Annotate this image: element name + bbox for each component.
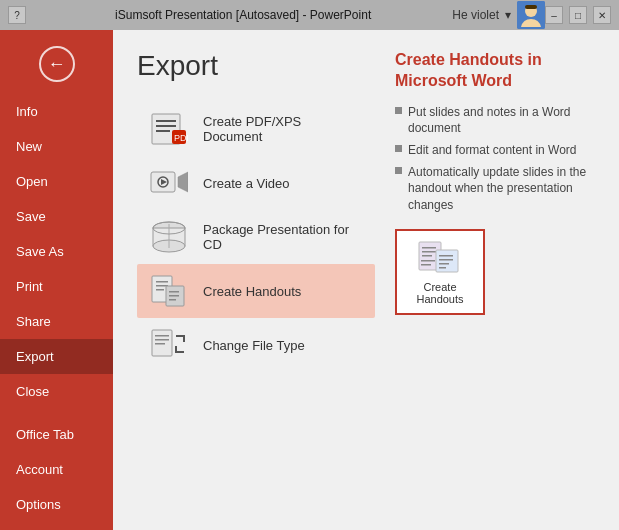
sidebar-item-new[interactable]: New [0, 129, 113, 164]
svg-rect-38 [439, 255, 453, 257]
pdf-icon: PDF [149, 112, 189, 146]
page-title: Export [137, 50, 375, 82]
sidebar-item-share[interactable]: Share [0, 304, 113, 339]
bullet-square-2 [395, 145, 402, 152]
sidebar-item-export[interactable]: Export [0, 339, 113, 374]
svg-rect-27 [155, 335, 169, 337]
change-type-label: Change File Type [203, 338, 305, 353]
sidebar-item-account[interactable]: Account [0, 452, 113, 487]
sidebar-item-save-as[interactable]: Save As [0, 234, 113, 269]
panel-title: Create Handouts in Microsoft Word [395, 50, 595, 92]
svg-rect-32 [422, 247, 436, 249]
window-controls[interactable]: – □ ✕ [545, 6, 611, 24]
content-area: Export PDF [113, 30, 619, 530]
svg-text:PDF: PDF [174, 133, 188, 143]
content-inner: Export PDF [113, 30, 619, 530]
svg-rect-5 [156, 125, 176, 127]
pdf-label: Create PDF/XPS Document [203, 114, 363, 144]
svg-rect-4 [156, 120, 176, 122]
svg-rect-35 [421, 260, 435, 262]
video-label: Create a Video [203, 176, 290, 191]
app-body: ← Info New Open Save Save As Print Share… [0, 30, 619, 530]
svg-rect-23 [169, 291, 179, 293]
left-panel: Export PDF [137, 50, 395, 510]
svg-marker-10 [178, 172, 188, 192]
close-button[interactable]: ✕ [593, 6, 611, 24]
bullet-square-3 [395, 167, 402, 174]
export-item-video[interactable]: Create a Video [137, 156, 375, 210]
bullet-item-1: Put slides and notes in a Word document [395, 104, 595, 136]
help-button[interactable]: ? [8, 6, 26, 24]
sidebar-bottom: Office Tab Account Options [0, 417, 113, 530]
bullet-item-2: Edit and format content in Word [395, 142, 595, 158]
svg-rect-28 [155, 339, 169, 341]
svg-rect-29 [155, 343, 165, 345]
back-area: ← [0, 38, 113, 94]
change-type-icon [149, 328, 189, 362]
right-panel: Create Handouts in Microsoft Word Put sl… [395, 50, 595, 510]
window-title: iSumsoft Presentation [Autosaved] - Powe… [34, 8, 452, 22]
svg-rect-2 [525, 5, 537, 9]
export-item-pdf[interactable]: PDF Create PDF/XPS Document [137, 102, 375, 156]
sidebar-item-save[interactable]: Save [0, 199, 113, 234]
maximize-button[interactable]: □ [569, 6, 587, 24]
bullet-square-1 [395, 107, 402, 114]
dropdown-icon: ▾ [505, 8, 511, 22]
svg-rect-40 [439, 263, 449, 265]
sidebar-item-office-tab[interactable]: Office Tab [0, 417, 113, 452]
export-item-handouts[interactable]: Create Handouts [137, 264, 375, 318]
sidebar-item-open[interactable]: Open [0, 164, 113, 199]
back-button[interactable]: ← [39, 46, 75, 82]
create-handouts-btn-icon [417, 239, 463, 277]
minimize-button[interactable]: – [545, 6, 563, 24]
svg-rect-19 [156, 281, 168, 283]
svg-rect-25 [169, 299, 176, 301]
username-label: He violet [452, 8, 499, 22]
titlebar: ? iSumsoft Presentation [Autosaved] - Po… [0, 0, 619, 30]
user-area: He violet ▾ [452, 1, 545, 29]
video-icon [149, 166, 189, 200]
sidebar-item-close[interactable]: Close [0, 374, 113, 409]
svg-rect-6 [156, 130, 170, 132]
sidebar-spacer [0, 409, 113, 417]
export-items-list: PDF Create PDF/XPS Document [137, 102, 375, 372]
svg-rect-36 [421, 264, 431, 266]
svg-rect-37 [436, 250, 458, 272]
svg-rect-34 [422, 255, 432, 257]
export-item-package[interactable]: Package Presentation for CD [137, 210, 375, 264]
handouts-label: Create Handouts [203, 284, 301, 299]
export-item-change-type[interactable]: Change File Type [137, 318, 375, 372]
svg-rect-41 [439, 267, 446, 269]
sidebar-item-info[interactable]: Info [0, 94, 113, 129]
create-handouts-button[interactable]: CreateHandouts [395, 229, 485, 315]
handouts-icon [149, 274, 189, 308]
bullet-item-3: Automatically update slides in the hando… [395, 164, 595, 213]
svg-rect-24 [169, 295, 179, 297]
bullet-list: Put slides and notes in a Word document … [395, 104, 595, 213]
package-label: Package Presentation for CD [203, 222, 363, 252]
svg-rect-39 [439, 259, 453, 261]
create-handouts-btn-label: CreateHandouts [416, 281, 463, 305]
sidebar-item-options[interactable]: Options [0, 487, 113, 522]
avatar[interactable] [517, 1, 545, 29]
package-icon [149, 220, 189, 254]
svg-rect-21 [156, 289, 164, 291]
svg-rect-33 [422, 251, 436, 253]
sidebar: ← Info New Open Save Save As Print Share… [0, 30, 113, 530]
sidebar-item-print[interactable]: Print [0, 269, 113, 304]
